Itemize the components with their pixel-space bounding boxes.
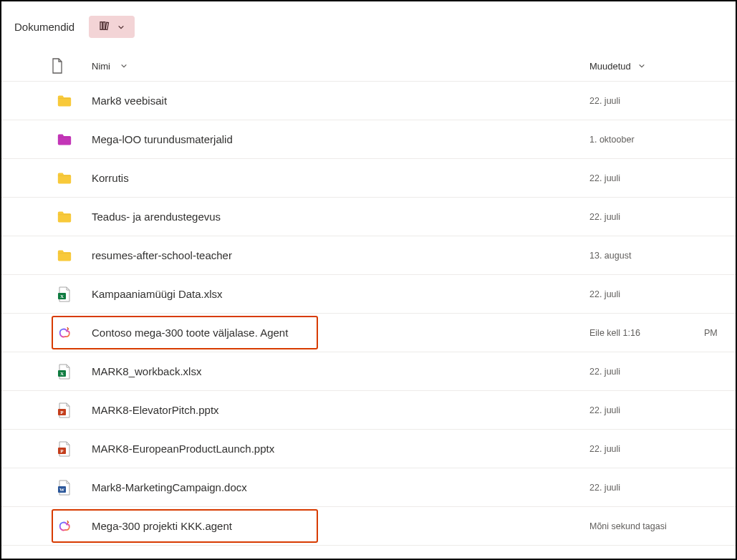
svg-rect-0	[100, 22, 102, 30]
file-modified: Mõni sekund tagasi	[589, 521, 704, 531]
word-icon: W	[1, 480, 92, 496]
file-row[interactable]: Mega-lOO turundusmaterjalid1. oktoober	[1, 120, 736, 159]
view-dropdown[interactable]	[89, 16, 135, 38]
library-icon	[99, 20, 110, 34]
file-row[interactable]: W Mark8-MarketingCampaign.docx22. juuli	[1, 468, 736, 507]
file-modified: 22. juuli	[589, 289, 704, 299]
copilot-icon	[1, 326, 92, 340]
file-name[interactable]: Mark8 veebisait	[92, 95, 589, 107]
file-row[interactable]: Mark8 veebisait22. juuli	[1, 82, 736, 120]
svg-text:P: P	[60, 410, 64, 415]
folder-magenta-icon	[1, 132, 92, 147]
file-name[interactable]: resumes-after-school-teacher	[92, 249, 589, 261]
file-name[interactable]: MARK8_workback.xlsx	[92, 365, 589, 377]
svg-text:X: X	[60, 371, 64, 377]
svg-text:X: X	[60, 294, 64, 299]
chevron-down-icon	[117, 21, 125, 33]
column-header-modified[interactable]: Muudetud	[589, 61, 704, 72]
file-modified: 22. juuli	[589, 483, 704, 493]
file-row[interactable]: Contoso mega-300 toote väljalase. AgentE…	[1, 314, 736, 352]
file-modified: 13. august	[589, 251, 704, 261]
chevron-down-icon	[638, 61, 645, 72]
file-name[interactable]: Teadus- ja arendustegevus	[92, 211, 589, 223]
column-header-type[interactable]	[1, 58, 92, 74]
column-modified-label: Muudetud	[589, 61, 631, 72]
page-title: Dokumendid	[14, 21, 74, 33]
file-modified: 22. juuli	[589, 444, 704, 454]
excel-icon: X	[1, 286, 92, 302]
file-modified: 22. juuli	[589, 212, 704, 222]
copilot-icon	[1, 519, 92, 534]
file-name[interactable]: Mega-lOO turundusmaterjalid	[92, 133, 589, 145]
excel-icon: X	[1, 364, 92, 380]
file-name[interactable]: Mega-300 projekti KKK.agent	[92, 520, 589, 532]
file-modified: 22. juuli	[589, 367, 704, 377]
folder-yellow-icon	[1, 171, 92, 185]
file-row[interactable]: P MARK8-ElevatorPitch.pptx22. juuli	[1, 391, 736, 430]
file-row[interactable]: resumes-after-school-teacher13. august	[1, 236, 736, 275]
file-name[interactable]: Mark8-MarketingCampaign.docx	[92, 481, 589, 493]
file-modified: Eile kell 1:16	[589, 328, 704, 338]
column-header-row: Nimi Muudetud	[1, 52, 736, 82]
file-name[interactable]: Contoso mega-300 toote väljalase. Agent	[92, 327, 589, 339]
file-modified: 22. juuli	[589, 96, 704, 106]
file-row[interactable]: X MARK8_workback.xlsx22. juuli	[1, 352, 736, 391]
file-row[interactable]: Korrutis22. juuli	[1, 159, 736, 198]
file-name[interactable]: Kampaaniamüügi Data.xlsx	[92, 288, 589, 300]
column-header-name[interactable]: Nimi	[92, 61, 589, 72]
file-name[interactable]: Korrutis	[92, 172, 589, 184]
folder-yellow-icon	[1, 248, 92, 263]
file-name[interactable]: MARK8-ElevatorPitch.pptx	[92, 404, 589, 416]
powerpoint-icon: P	[1, 441, 92, 457]
file-modified-suffix: PM	[704, 328, 736, 338]
file-list: Mark8 veebisait22. juuli Mega-lOO turund…	[1, 82, 736, 546]
page-header: Dokumendid	[1, 1, 736, 48]
svg-rect-2	[105, 22, 108, 29]
file-modified: 22. juuli	[589, 405, 704, 415]
folder-yellow-icon	[1, 210, 92, 224]
file-row[interactable]: Mega-300 projekti KKK.agentMõni sekund t…	[1, 507, 736, 546]
file-name[interactable]: MARK8-EuropeanProductLaunch.pptx	[92, 443, 589, 455]
file-row[interactable]: P MARK8-EuropeanProductLaunch.pptx22. ju…	[1, 430, 736, 468]
file-row[interactable]: X Kampaaniamüügi Data.xlsx22. juuli	[1, 275, 736, 314]
svg-text:P: P	[60, 448, 64, 454]
chevron-down-icon	[120, 61, 127, 72]
powerpoint-icon: P	[1, 402, 92, 418]
file-modified: 1. oktoober	[589, 135, 704, 145]
folder-yellow-icon	[1, 94, 92, 108]
column-name-label: Nimi	[92, 61, 110, 72]
svg-text:W: W	[59, 487, 64, 493]
file-row[interactable]: Teadus- ja arendustegevus22. juuli	[1, 198, 736, 236]
file-modified: 22. juuli	[589, 173, 704, 183]
svg-rect-1	[103, 22, 105, 30]
